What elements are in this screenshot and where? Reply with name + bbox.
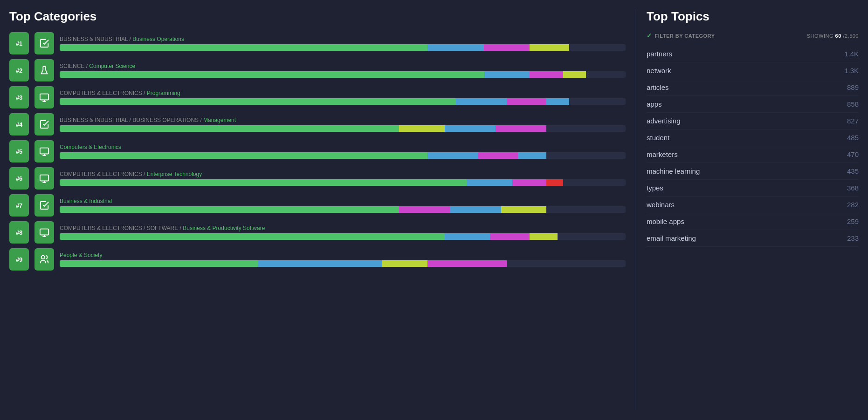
topic-name: webinars — [647, 201, 675, 209]
category-icon — [34, 167, 54, 190]
bar-segment — [518, 152, 546, 159]
category-item[interactable]: #4BUSINESS & INDUSTRIAL / BUSINESS OPERA… — [9, 113, 626, 135]
topic-row[interactable]: network1.3K — [647, 62, 859, 79]
svg-rect-0 — [40, 94, 48, 100]
bar-segment — [530, 233, 558, 240]
category-highlight: People & Society — [60, 252, 102, 258]
bar-segment — [496, 125, 546, 132]
category-item[interactable]: #5Computers & Electronics — [9, 140, 626, 163]
topic-count: 485 — [847, 134, 859, 142]
bar-segment — [399, 206, 450, 213]
bar-container — [60, 233, 626, 240]
topic-count: 1.4K — [844, 50, 859, 58]
bar-segment — [484, 71, 530, 78]
bar-segment — [60, 152, 427, 159]
bar-segment — [456, 98, 507, 105]
topic-row[interactable]: student485 — [647, 129, 859, 146]
topic-row[interactable]: articles889 — [647, 79, 859, 96]
topic-count: 259 — [847, 217, 859, 225]
rank-badge: #5 — [9, 140, 29, 163]
category-icon — [34, 194, 54, 217]
bar-segment — [546, 179, 563, 186]
topic-name: apps — [647, 100, 662, 108]
topic-count: 1.3K — [844, 67, 859, 75]
category-highlight: Computers & Electronics — [60, 144, 121, 150]
topic-row[interactable]: apps858 — [647, 96, 859, 113]
bar-container — [60, 98, 626, 105]
bar-segment — [484, 44, 529, 51]
bar-container — [60, 179, 626, 186]
topic-name: partners — [647, 50, 672, 58]
category-icon — [34, 113, 54, 135]
category-icon — [34, 140, 54, 163]
category-highlight: Business Operations — [132, 36, 184, 42]
category-content: Business & Industrial — [60, 198, 626, 213]
topic-count: 889 — [847, 83, 859, 91]
category-item[interactable]: #6COMPUTERS & ELECTRONICS / Enterprise T… — [9, 167, 626, 190]
category-content: BUSINESS & INDUSTRIAL / Business Operati… — [60, 36, 626, 51]
bar-segment — [427, 260, 507, 267]
rank-badge: #7 — [9, 194, 29, 217]
rank-badge: #8 — [9, 221, 29, 244]
bar-segment — [399, 125, 444, 132]
svg-point-4 — [41, 256, 45, 259]
bar-segment — [445, 233, 490, 240]
rank-badge: #4 — [9, 113, 29, 135]
topics-list: partners1.4Knetwork1.3Karticles889apps85… — [647, 46, 859, 247]
bar-segment — [450, 206, 501, 213]
bar-segment — [60, 233, 445, 240]
bar-segment — [258, 260, 382, 267]
category-highlight: Management — [203, 117, 236, 123]
category-label: People & Society — [60, 252, 626, 258]
rank-badge: #6 — [9, 167, 29, 190]
bar-segment — [507, 98, 546, 105]
topic-row[interactable]: email marketing233 — [647, 230, 859, 247]
bar-segment — [530, 44, 569, 51]
rank-badge: #9 — [9, 248, 29, 271]
category-label: Computers & Electronics — [60, 144, 626, 150]
topic-count: 368 — [847, 184, 859, 192]
topic-count: 435 — [847, 167, 859, 175]
bar-segment — [60, 98, 456, 105]
topic-count: 827 — [847, 117, 859, 125]
topic-row[interactable]: webinars282 — [647, 196, 859, 213]
category-item[interactable]: #2SCIENCE / Computer Science — [9, 59, 626, 81]
bar-segment — [427, 44, 484, 51]
category-icon — [34, 59, 54, 81]
topics-header: ✓ FILTER BY CATEGORY SHOWING 60 /2,500 — [647, 32, 859, 39]
topic-name: student — [647, 134, 669, 142]
rank-badge: #1 — [9, 32, 29, 54]
checkmark-icon: ✓ — [647, 32, 652, 39]
category-label: BUSINESS & INDUSTRIAL / BUSINESS OPERATI… — [60, 117, 626, 123]
category-item[interactable]: #7Business & Industrial — [9, 194, 626, 217]
category-highlight: Enterprise Technology — [147, 171, 202, 177]
filter-by-category[interactable]: ✓ FILTER BY CATEGORY — [647, 32, 715, 39]
category-label: COMPUTERS & ELECTRONICS / Enterprise Tec… — [60, 171, 626, 177]
bar-container — [60, 206, 626, 213]
topic-row[interactable]: mobile apps259 — [647, 213, 859, 230]
category-item[interactable]: #1BUSINESS & INDUSTRIAL / Business Opera… — [9, 32, 626, 54]
category-item[interactable]: #3COMPUTERS & ELECTRONICS / Programming — [9, 86, 626, 108]
topic-row[interactable]: machine learning435 — [647, 163, 859, 180]
topic-row[interactable]: partners1.4K — [647, 46, 859, 62]
showing-label: SHOWING 60 /2,500 — [807, 33, 859, 39]
bar-segment — [478, 152, 518, 159]
topic-row[interactable]: marketers470 — [647, 146, 859, 163]
rank-badge: #3 — [9, 86, 29, 108]
category-item[interactable]: #8COMPUTERS & ELECTRONICS / SOFTWARE / B… — [9, 221, 626, 244]
topic-name: email marketing — [647, 234, 696, 242]
bar-segment — [60, 71, 484, 78]
category-content: People & Society — [60, 252, 626, 267]
bar-segment — [512, 179, 546, 186]
topic-row[interactable]: types368 — [647, 180, 859, 196]
category-icon — [34, 248, 54, 271]
svg-rect-3 — [40, 229, 48, 235]
category-item[interactable]: #9People & Society — [9, 248, 626, 271]
topic-count: 233 — [847, 234, 859, 242]
topic-count: 282 — [847, 201, 859, 209]
bar-container — [60, 71, 626, 78]
topic-name: marketers — [647, 150, 678, 158]
bar-container — [60, 44, 626, 51]
topic-row[interactable]: advertising827 — [647, 113, 859, 129]
bar-segment — [530, 71, 564, 78]
